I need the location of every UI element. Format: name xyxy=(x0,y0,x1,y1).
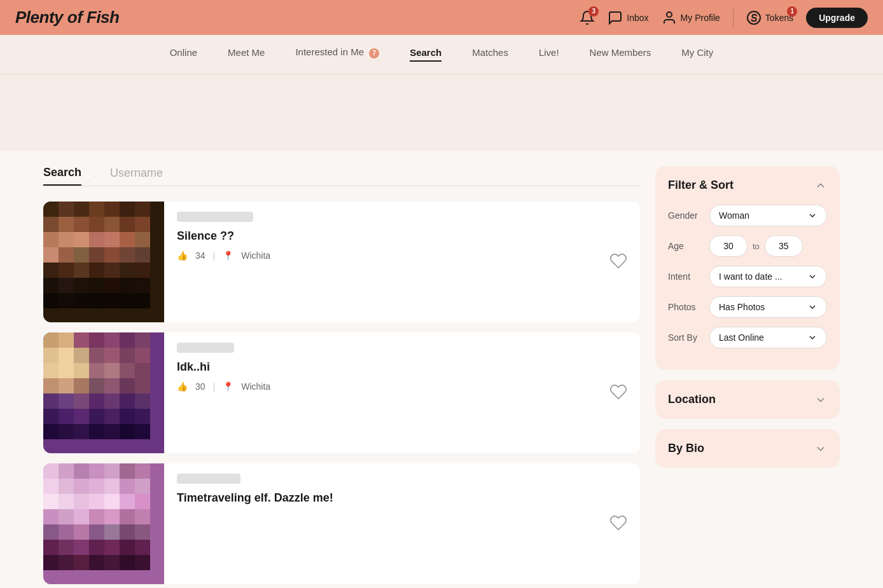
svg-rect-84 xyxy=(89,393,104,409)
my-profile-button[interactable]: My Profile xyxy=(662,10,720,25)
photos-value: Has Photos xyxy=(719,302,765,312)
svg-rect-128 xyxy=(104,509,120,524)
svg-rect-151 xyxy=(135,555,150,570)
svg-rect-118 xyxy=(59,494,74,509)
svg-rect-88 xyxy=(43,409,59,424)
svg-rect-20 xyxy=(89,232,104,247)
photos-select[interactable]: Has Photos xyxy=(709,296,827,318)
bybio-header: By Bio xyxy=(668,442,827,455)
nav-item-meet-me[interactable]: Meet Me xyxy=(228,47,265,62)
notifications-button[interactable]: 3 xyxy=(580,10,595,25)
svg-rect-94 xyxy=(135,409,150,424)
tab-username[interactable]: Username xyxy=(110,167,163,185)
filter-collapse-icon[interactable] xyxy=(814,179,827,192)
age-label: Age xyxy=(668,241,709,251)
tokens-button[interactable]: 1 Tokens xyxy=(746,10,793,25)
photos-label: Photos xyxy=(668,302,709,312)
svg-rect-67 xyxy=(43,363,59,378)
svg-rect-72 xyxy=(120,363,135,378)
svg-rect-140 xyxy=(74,540,89,555)
filter-sort-panel: Filter & Sort Gender Woman Age xyxy=(655,166,840,370)
profile-username-3[interactable]: Timetraveling elf. Dazzle me! xyxy=(177,491,627,505)
nav-item-my-city[interactable]: My City xyxy=(681,47,713,62)
like-button-3[interactable] xyxy=(609,514,627,534)
svg-rect-93 xyxy=(120,409,135,424)
filter-row-photos: Photos Has Photos xyxy=(668,296,827,318)
profile-photo-3[interactable] xyxy=(43,463,164,584)
svg-rect-111 xyxy=(59,479,74,494)
intent-select[interactable]: I want to date ... xyxy=(709,266,827,287)
tab-search[interactable]: Search xyxy=(43,166,81,186)
tab-separator: · xyxy=(94,169,97,182)
svg-rect-68 xyxy=(59,363,74,378)
svg-rect-23 xyxy=(135,232,150,247)
svg-rect-82 xyxy=(59,393,74,409)
svg-rect-18 xyxy=(59,232,74,247)
age-to-separator: to xyxy=(753,242,760,251)
svg-rect-107 xyxy=(104,463,120,479)
svg-rect-76 xyxy=(74,378,89,393)
photos-chevron-icon xyxy=(807,302,817,312)
nav-item-interested-in-me[interactable]: Interested in Me 7 xyxy=(295,46,379,62)
nav-item-live[interactable]: Live! xyxy=(539,47,559,62)
svg-rect-120 xyxy=(89,494,104,509)
logo[interactable]: Plenty of Fish xyxy=(15,8,119,27)
svg-rect-122 xyxy=(120,494,135,509)
svg-rect-45 xyxy=(43,293,59,308)
profile-card-3: Timetraveling elf. Dazzle me! xyxy=(43,463,640,584)
like-button-1[interactable] xyxy=(609,252,627,272)
svg-rect-35 xyxy=(104,263,120,278)
svg-rect-137 xyxy=(135,524,150,540)
age-to-input[interactable]: 35 xyxy=(765,235,803,257)
svg-rect-8 xyxy=(120,202,135,217)
profile-info-3: Timetraveling elf. Dazzle me! xyxy=(164,463,640,523)
search-section: Search · Username xyxy=(43,166,640,588)
upgrade-button[interactable]: Upgrade xyxy=(806,8,868,28)
intent-chevron-icon xyxy=(807,271,817,282)
svg-rect-19 xyxy=(74,232,89,247)
profile-photo-1[interactable] xyxy=(43,202,164,322)
svg-rect-96 xyxy=(59,424,74,439)
svg-rect-16 xyxy=(135,217,150,232)
top-header: Plenty of Fish 3 Inbox My Profile xyxy=(0,0,883,35)
svg-rect-62 xyxy=(74,348,89,363)
notifications-badge: 3 xyxy=(588,6,599,17)
svg-rect-30 xyxy=(135,247,150,263)
age-from-input[interactable]: 30 xyxy=(709,235,747,257)
svg-rect-25 xyxy=(59,247,74,263)
profile-age-icon-1: 👍 xyxy=(177,250,188,261)
gender-select[interactable]: Woman xyxy=(709,205,827,226)
svg-rect-32 xyxy=(59,263,74,278)
search-tabs: Search · Username xyxy=(43,166,640,186)
profile-username-1[interactable]: Silence ?? xyxy=(177,229,627,243)
svg-point-0 xyxy=(667,12,672,17)
svg-rect-143 xyxy=(120,540,135,555)
svg-rect-146 xyxy=(59,555,74,570)
bybio-expand-icon[interactable] xyxy=(814,442,827,455)
profile-photo-2[interactable] xyxy=(43,332,164,453)
svg-rect-113 xyxy=(89,479,104,494)
svg-rect-86 xyxy=(120,393,135,409)
svg-rect-150 xyxy=(120,555,135,570)
nav-item-new-members[interactable]: New Members xyxy=(590,47,651,62)
location-expand-icon[interactable] xyxy=(814,393,827,406)
inbox-button[interactable]: Inbox xyxy=(608,10,648,25)
profile-username-2[interactable]: Idk..hi xyxy=(177,360,627,374)
profile-meta-2: 👍 30 | 📍 Wichita xyxy=(177,381,627,392)
nav-item-matches[interactable]: Matches xyxy=(472,47,508,62)
svg-rect-71 xyxy=(104,363,120,378)
filter-row-age: Age 30 to 35 xyxy=(668,235,827,257)
nav-item-search[interactable]: Search xyxy=(410,47,442,62)
svg-rect-97 xyxy=(74,424,89,439)
like-button-2[interactable] xyxy=(609,383,627,403)
svg-rect-39 xyxy=(59,278,74,293)
svg-rect-124 xyxy=(43,509,59,524)
svg-rect-133 xyxy=(74,524,89,540)
svg-rect-37 xyxy=(135,263,150,278)
svg-rect-70 xyxy=(89,363,104,378)
svg-rect-95 xyxy=(43,424,59,439)
sort-by-select[interactable]: Last Online xyxy=(709,327,827,348)
nav-item-online[interactable]: Online xyxy=(170,47,197,62)
profile-name-blur-2 xyxy=(177,343,234,353)
svg-rect-22 xyxy=(120,232,135,247)
